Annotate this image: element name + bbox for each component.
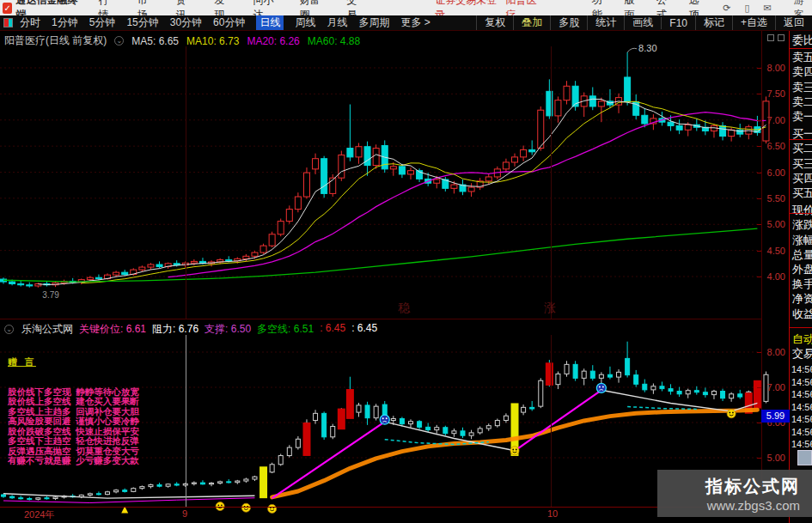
- main-candlestick-chart[interactable]: 8.303.79: [0, 31, 762, 319]
- indicator-header-segment: : 6.45: [351, 322, 377, 337]
- trade-time-row: 14:56: [791, 389, 812, 399]
- sidebar-row-净资[interactable]: 净资: [792, 291, 812, 307]
- ma-label: MA5: 6.65: [131, 35, 179, 47]
- sidebar-separator: [790, 48, 812, 49]
- month-separator: [186, 335, 186, 507]
- sidebar-row-外盘[interactable]: 外盘: [792, 262, 812, 277]
- price-axis-label: 5.00: [760, 453, 785, 463]
- sidebar-row-买三[interactable]: 买三: [792, 156, 812, 172]
- price-axis-label: 5.50: [760, 193, 785, 204]
- sidebar-row-卖三[interactable]: 卖三: [792, 80, 812, 95]
- sidebar-row-卖四[interactable]: 卖四: [792, 64, 812, 80]
- tdx-terminal-window: ✓ 通达信金融终端 行情市场资讯发现问小达财富圈交易 证券交易未登录 阳普医疗 …: [0, 0, 812, 523]
- period-tab-多周期[interactable]: 多周期: [358, 15, 389, 30]
- indicator-header-segment: : 6.45: [320, 322, 345, 337]
- price-axis-tick: [757, 146, 761, 147]
- price-axis-tick: [757, 251, 761, 252]
- price-axis-label: 7.00: [760, 382, 785, 392]
- buy-smiley-icon: [727, 410, 736, 418]
- sidebar-row-卖二[interactable]: 卖二: [792, 94, 812, 110]
- period-toolbar: 分时1分钟5分钟15分钟30分钟60分钟日线周线月线多周期更多 > 复权叠加多股…: [0, 15, 812, 31]
- sidebar-row-涨幅[interactable]: 涨幅: [792, 233, 812, 248]
- refresh-icon[interactable]: ⟳: [723, 3, 730, 14]
- period-tab-月线[interactable]: 月线: [327, 15, 347, 30]
- motto-line: 股价线上多空线 建仓买入要果断: [8, 397, 139, 407]
- mail-icon[interactable]: ✉: [764, 3, 772, 14]
- sidebar-row-涨跌[interactable]: 涨跌: [792, 217, 812, 233]
- trade-time-row: 14:56: [791, 427, 812, 437]
- app-logo-icon: ✓: [3, 3, 12, 14]
- price-axis-tick: [757, 68, 761, 69]
- pane-maximize-icon[interactable]: [778, 34, 785, 41]
- period-tab-30分钟[interactable]: 30分钟: [170, 15, 202, 30]
- sidebar-row-委比[interactable]: 委比: [792, 33, 812, 48]
- main-chart-title: 阳普医疗(日线 前复权): [4, 33, 107, 48]
- indicator-values: 乐淘公式网关键价位: 6.61阻力: 6.76支撑: 6.50多空线: 6.51…: [21, 322, 377, 337]
- motto-title: 赠 言: [8, 357, 139, 368]
- period-tab-5分钟[interactable]: 5分钟: [89, 15, 116, 30]
- ma-value-labels: MA5: 6.65MA10: 6.73MA20: 6.26MA60: 4.88: [131, 35, 360, 47]
- period-tab-60分钟[interactable]: 60分钟: [213, 15, 245, 30]
- toolbar-right-actions: 复权叠加多股统计画线F10标记+自选返回: [476, 15, 812, 30]
- period-tab-日线[interactable]: 日线: [256, 15, 284, 30]
- tool-复权[interactable]: 复权: [476, 15, 513, 30]
- tool-标记[interactable]: 标记: [695, 15, 732, 30]
- sidebar-row-交易[interactable]: 交易: [792, 346, 812, 362]
- layout-icon[interactable]: [3, 18, 13, 27]
- pane-restore-icon[interactable]: [767, 34, 774, 41]
- tool-多股[interactable]: 多股: [550, 15, 587, 30]
- phone-icon[interactable]: ▯: [745, 3, 750, 14]
- sidebar-row-卖五[interactable]: 卖五: [792, 50, 812, 65]
- sidebar-scrollbar-thumb[interactable]: [797, 450, 812, 465]
- collapse-chevron-icon[interactable]: ⌄: [114, 36, 124, 46]
- sidebar-row-买二[interactable]: 买二: [792, 141, 812, 156]
- period-tab-15分钟[interactable]: 15分钟: [126, 15, 158, 30]
- indicator-header-segment: 阻力: 6.76: [152, 322, 198, 337]
- tool-F10[interactable]: F10: [661, 17, 695, 29]
- trade-time-row: 14:56: [791, 364, 812, 374]
- month-separator: [551, 335, 552, 507]
- tool-返回[interactable]: 返回: [775, 15, 812, 30]
- tool-叠加[interactable]: 叠加: [513, 15, 550, 30]
- price-axis-tick: [757, 352, 761, 353]
- indicator-header: ⌄ 乐淘公式网关键价位: 6.61阻力: 6.76支撑: 6.50多空线: 6.…: [4, 322, 377, 337]
- svg-text:8.30: 8.30: [638, 43, 656, 53]
- chart-watermark-char: 涨: [544, 301, 556, 316]
- sidebar-row-现价[interactable]: 现价: [792, 203, 812, 218]
- buy-smiley-icon: [510, 447, 519, 455]
- motto-line: 多空线下主趋空 轻仓快进抢反弹: [8, 436, 139, 447]
- price-axis-tick: [757, 198, 761, 199]
- tool-统计[interactable]: 统计: [587, 15, 624, 30]
- indicator-header-segment: 乐淘公式网: [21, 322, 73, 337]
- price-axis-label: 8.00: [760, 347, 785, 357]
- motto-line: 高风险股要回避 谨慎小心要冷静: [8, 417, 139, 427]
- sidebar-row-总量[interactable]: 总量: [792, 247, 812, 263]
- sidebar-row-卖一[interactable]: 卖一: [792, 109, 812, 125]
- trade-time-row: 14:56: [791, 439, 812, 449]
- sidebar-row-买四[interactable]: 买四: [792, 171, 812, 186]
- price-axis-tick: [757, 94, 761, 94]
- sidebar-row-收益[interactable]: 收益: [792, 307, 812, 322]
- sidebar-row-自动[interactable]: 自动: [792, 331, 812, 347]
- sidebar-separator: [790, 327, 812, 328]
- price-axis-label: 4.50: [760, 246, 785, 256]
- sidebar-row-买五[interactable]: 买五: [792, 185, 812, 201]
- tool-+自选[interactable]: +自选: [732, 15, 775, 30]
- period-tab-分时[interactable]: 分时: [20, 15, 40, 30]
- plot-right-border: [761, 31, 762, 507]
- indicator-collapse-icon[interactable]: ⌄: [4, 325, 14, 334]
- period-tab-1分钟[interactable]: 1分钟: [52, 15, 78, 30]
- price-axis-label: 7.00: [760, 115, 785, 125]
- tool-画线[interactable]: 画线: [624, 15, 661, 30]
- indicator-header-segment: 多空线: 6.51: [257, 322, 314, 337]
- period-tab-周线[interactable]: 周线: [295, 15, 315, 30]
- period-tab-更多 >[interactable]: 更多 >: [400, 15, 430, 30]
- price-axis-tick: [757, 458, 761, 459]
- sidebar-row-换手[interactable]: 换手: [792, 277, 812, 292]
- buy-smiley-icon: [268, 504, 277, 513]
- time-axis-label: 9: [182, 508, 187, 519]
- panel-divider: [0, 319, 761, 319]
- period-tabs: 分时1分钟5分钟15分钟30分钟60分钟日线周线月线多周期更多 >: [20, 15, 430, 30]
- motto-lines: 股价线下多空现 静静等待心放宽股价线上多空线 建仓买入要果断多空线上主趋多 回调…: [8, 387, 139, 466]
- svg-text:3.79: 3.79: [42, 290, 59, 300]
